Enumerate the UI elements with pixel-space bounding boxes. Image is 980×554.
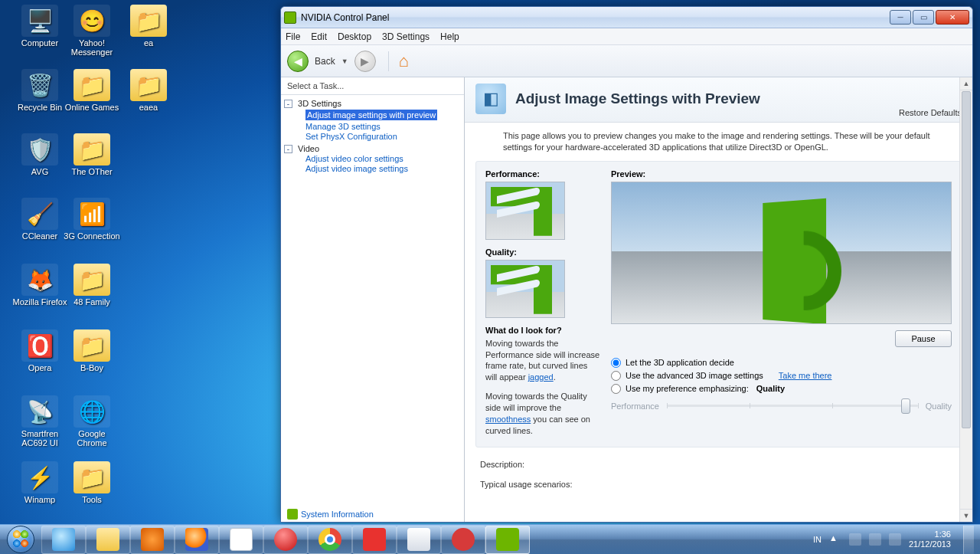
tray-show-hidden-icon[interactable]: ▲ bbox=[829, 533, 841, 546]
sidebar-title: Select a Task... bbox=[281, 77, 464, 95]
app-icon: 🌐 bbox=[74, 395, 110, 428]
tray-volume-icon[interactable] bbox=[889, 533, 901, 546]
quality-thumbnail bbox=[485, 260, 565, 318]
scroll-down-button[interactable]: ▼ bbox=[960, 509, 972, 522]
tray-network-icon[interactable] bbox=[869, 533, 881, 546]
folder-icon: 📁 bbox=[74, 264, 110, 296]
show-desktop-button[interactable] bbox=[963, 526, 974, 554]
desktop-icon-online-games[interactable]: 📁Online Games bbox=[63, 69, 121, 112]
tray-clock[interactable]: 1:36 21/12/2013 bbox=[909, 529, 951, 549]
radio-use-preference[interactable]: Use my preference emphasizing: Quality bbox=[611, 384, 952, 394]
desktop-icon-computer[interactable]: 🖥️Computer bbox=[11, 5, 69, 48]
pause-button[interactable]: Pause bbox=[895, 330, 952, 347]
vertical-scrollbar[interactable]: ▲ ▼ bbox=[959, 77, 972, 522]
smoothness-link[interactable]: smoothness bbox=[485, 415, 531, 424]
tree-item-set-physx[interactable]: Set PhysX Configuration bbox=[305, 132, 461, 141]
desktop-icon-label: Computer bbox=[11, 38, 69, 48]
page-title: Adjust Image Settings with Preview bbox=[515, 90, 962, 107]
preference-slider[interactable] bbox=[667, 405, 918, 407]
desktop-icon-ccleaner[interactable]: 🧹CCleaner bbox=[11, 198, 69, 241]
desktop-icon-b-boy[interactable]: 📁B-Boy bbox=[63, 329, 121, 372]
tree-group-video[interactable]: Video bbox=[298, 144, 319, 153]
system-tray: IN ▲ 1:36 21/12/2013 bbox=[804, 526, 980, 554]
taskbar-nvidia-control-panel[interactable] bbox=[485, 526, 530, 554]
app-icon: ⚡ bbox=[21, 461, 58, 493]
taskbar-ie[interactable] bbox=[41, 526, 86, 554]
taskbar-notepad[interactable] bbox=[219, 526, 263, 554]
desktop-icon-tools[interactable]: 📁Tools bbox=[63, 461, 121, 504]
take-me-there-link[interactable]: Take me there bbox=[779, 371, 832, 380]
desktop-icon-48-family[interactable]: 📁48 Family bbox=[63, 264, 121, 307]
back-button[interactable]: ◀ bbox=[287, 51, 309, 72]
folder-icon: 📁 bbox=[74, 133, 110, 166]
tray-language[interactable]: IN bbox=[813, 535, 822, 544]
tree-item-adjust-video-color[interactable]: Adjust video color settings bbox=[305, 154, 461, 163]
preview-label: Preview: bbox=[611, 169, 952, 179]
taskbar-wmp[interactable] bbox=[130, 526, 175, 554]
windows-orb-icon bbox=[7, 526, 34, 553]
back-label: Back bbox=[315, 56, 335, 67]
desktop-icon-mozilla-firefox[interactable]: 🦊Mozilla Firefox bbox=[11, 264, 69, 307]
tree-group-3d-settings[interactable]: 3D Settings bbox=[298, 99, 341, 108]
menu-file[interactable]: File bbox=[286, 31, 300, 42]
menu-3d-settings[interactable]: 3D Settings bbox=[382, 31, 430, 42]
desktop-icon-label: Tools bbox=[63, 495, 121, 504]
taskbar-explorer[interactable] bbox=[86, 526, 130, 554]
menu-edit[interactable]: Edit bbox=[311, 31, 327, 42]
radio-use-advanced[interactable]: Use the advanced 3D image settings Take … bbox=[611, 371, 952, 381]
settings-panel: Performance: Quality: What do I look for… bbox=[475, 161, 962, 448]
taskbar-chrome[interactable] bbox=[308, 526, 352, 554]
taskbar-smartfren[interactable] bbox=[352, 526, 397, 554]
tree-collapse-icon[interactable]: - bbox=[284, 145, 292, 153]
tree-item-manage-3d-settings[interactable]: Manage 3D settings bbox=[305, 122, 461, 131]
taskbar-opera[interactable] bbox=[263, 526, 308, 554]
slider-handle[interactable] bbox=[901, 398, 910, 414]
desktop-icon-avg[interactable]: 🛡️AVG bbox=[11, 133, 69, 176]
desktop-icon-label: Smartfren AC692 UI bbox=[11, 429, 69, 447]
tree-item-adjust-video-image[interactable]: Adjust video image settings bbox=[305, 164, 461, 173]
preview-viewport bbox=[611, 182, 952, 324]
taskbar-app2[interactable] bbox=[441, 526, 485, 554]
forward-button[interactable]: ▶ bbox=[354, 51, 376, 72]
desktop-icon-opera[interactable]: 🅾️Opera bbox=[11, 329, 69, 372]
tree-collapse-icon[interactable]: - bbox=[284, 100, 292, 108]
nvidia-control-panel-window: NVIDIA Control Panel ─ ▭ ✕ File Edit Des… bbox=[280, 6, 973, 523]
minimize-button[interactable]: ─ bbox=[890, 10, 911, 25]
desktop-icon-label: Mozilla Firefox bbox=[11, 297, 69, 307]
jagged-link[interactable]: jagged bbox=[528, 372, 554, 382]
taskbar-app1[interactable] bbox=[397, 526, 441, 554]
tray-flag-icon[interactable] bbox=[849, 533, 861, 546]
desktop-icon-yahoo-messenger[interactable]: 😊Yahoo! Messenger bbox=[63, 5, 121, 57]
menu-help[interactable]: Help bbox=[440, 31, 459, 42]
system-information-link[interactable]: System Information bbox=[287, 509, 374, 520]
titlebar[interactable]: NVIDIA Control Panel ─ ▭ ✕ bbox=[281, 7, 972, 28]
app-icon: 🧹 bbox=[21, 198, 58, 230]
desktop-icon-3g-connection[interactable]: 📶3G Connection bbox=[63, 198, 121, 241]
back-dropdown-icon[interactable]: ▼ bbox=[341, 57, 348, 65]
desktop-icon-google-chrome[interactable]: 🌐Google Chrome bbox=[63, 395, 121, 447]
desktop-icon-winamp[interactable]: ⚡Winamp bbox=[11, 461, 69, 504]
nvidia-icon bbox=[287, 509, 298, 520]
desktop-icon-ea[interactable]: 📁ea bbox=[119, 5, 178, 48]
desktop-icon-recycle-bin[interactable]: 🗑️Recycle Bin bbox=[11, 69, 69, 112]
scroll-thumb[interactable] bbox=[962, 91, 971, 428]
scroll-up-button[interactable]: ▲ bbox=[960, 77, 972, 90]
close-button[interactable]: ✕ bbox=[936, 10, 969, 25]
desktop-icon-the-other[interactable]: 📁The OTher bbox=[63, 133, 121, 176]
preference-slider-row: Performance Quality bbox=[611, 402, 952, 411]
menu-desktop[interactable]: Desktop bbox=[338, 31, 371, 42]
radio-let-app-decide[interactable]: Let the 3D application decide bbox=[611, 358, 952, 368]
tree-item-adjust-image-settings[interactable]: Adjust image settings with preview bbox=[305, 110, 437, 120]
app-icon: 🛡️ bbox=[21, 133, 58, 166]
toolbar: ◀ Back ▼ ▶ ⌂ bbox=[281, 45, 972, 77]
desktop-icon-smartfren-ac692-ui[interactable]: 📡Smartfren AC692 UI bbox=[11, 395, 69, 447]
restore-defaults-link[interactable]: Restore Defaults bbox=[899, 108, 962, 117]
home-icon[interactable]: ⌂ bbox=[388, 51, 408, 71]
start-button[interactable] bbox=[0, 525, 41, 555]
desktop-icon-label: B-Boy bbox=[63, 363, 121, 372]
desktop-icon-eaea[interactable]: 📁eaea bbox=[119, 69, 178, 112]
maximize-button[interactable]: ▭ bbox=[913, 10, 934, 25]
desktop-icon-label: Recycle Bin bbox=[11, 103, 69, 112]
taskbar-firefox[interactable] bbox=[175, 526, 219, 554]
desktop-icon-label: Google Chrome bbox=[63, 429, 121, 447]
